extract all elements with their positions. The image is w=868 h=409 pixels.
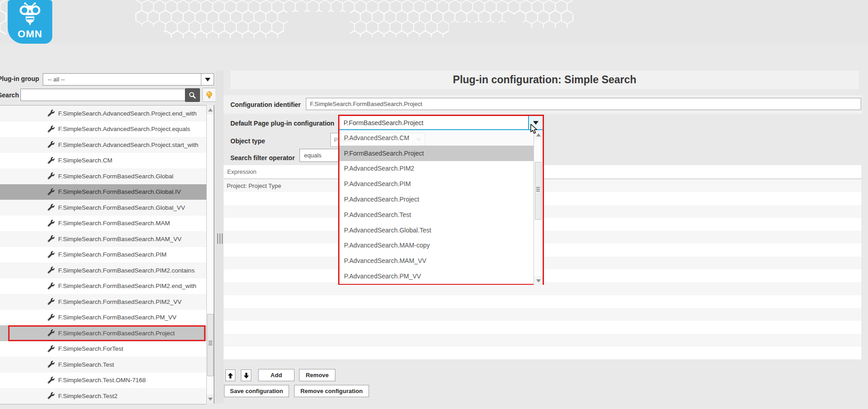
remove-button[interactable]: Remove [299,369,335,381]
lightbulb-icon [205,91,214,99]
plugin-group-dropdown-button[interactable] [201,74,214,85]
plugin-list-item[interactable]: F.SimpleSearch.Test2 [0,388,206,404]
expression-row[interactable] [224,295,862,308]
object-type-label: Object type [230,137,265,145]
dropdown-option[interactable]: P.AdvancedSearch.MAM-copy [339,238,543,253]
plugin-list-item[interactable]: F.SimpleSearch.AdvancedSearch.Project.eq… [0,121,206,137]
dropdown-option-label: P.FormBasedSearch.Project [344,150,424,157]
default-page-select[interactable]: P.FormBasedSearch.Project [339,116,543,130]
plugin-list-item-label: F.SimpleSearch.Test2 [58,393,118,399]
expression-row[interactable] [224,347,862,359]
dropdown-option[interactable]: P.AdvancedSearch.PM_VV [339,268,543,284]
plugin-list-item[interactable]: F.SimpleSearch.FormBasedSearch.Project [0,325,206,341]
plugin-list-item[interactable]: F.SimpleSearch.FormBasedSearch.PIM [0,247,206,263]
dropdown-option[interactable]: P.AdvancedSearch.Project [339,192,543,207]
dropdown-option-label: P.AdvancedSearch.MAM-copy [344,242,430,249]
wrench-icon [48,172,55,179]
expression-row[interactable] [224,334,862,347]
plugin-list-item-label: F.SimpleSearch.FormBasedSearch.MAM [58,220,170,227]
plugin-list-item-label: F.SimpleSearch.Test.OMN-7168 [58,377,146,384]
remove-configuration-button[interactable]: Remove configuration [294,385,369,397]
arrow-up-icon [227,372,234,379]
save-configuration-button[interactable]: Save configuration [224,385,289,397]
dropdown-option[interactable]: P.AdvancedSearch.PIM2 [339,161,543,177]
wrench-icon [48,283,55,289]
plugin-list-item[interactable]: F.SimpleSearch.FormBasedSearch.PIM2_VV [0,294,206,310]
plugin-list-item-label: F.SimpleSearch.FormBasedSearch.Global_VV [58,204,185,211]
plugin-list-item[interactable]: F.SimpleSearch.Test.OMN-7168 [0,373,206,389]
dropdown-option[interactable]: P.FormBasedSearch.Project [339,146,543,161]
expression-row[interactable] [224,308,862,321]
dropdown-scrollbar[interactable] [534,130,543,285]
config-identifier-input[interactable] [306,98,861,110]
move-down-button[interactable] [241,369,251,381]
move-up-button[interactable] [225,369,235,381]
plugin-list-item[interactable]: F.SimpleSearch.FormBasedSearch.MAM_VV [0,231,206,247]
dropdown-option[interactable]: P.AdvancedSearch.PIM [339,176,543,192]
plugin-list-item-label: F.SimpleSearch.FormBasedSearch.PIM2.end_… [58,283,196,289]
plugin-list-scrollbar[interactable] [206,105,215,404]
dropdown-option-label: P.AdvancedSearch.Test [344,211,411,218]
plugin-list-item[interactable]: F.SimpleSearch.FormBasedSearch.PIM2.end_… [0,278,206,294]
search-label: Search [0,91,19,99]
thumb-grip-icon [536,189,540,190]
panel-splitter[interactable] [215,71,224,404]
plugin-list-item[interactable]: F.SimpleSearch.FormBasedSearch.Global.IV [0,184,206,200]
scroll-up-button[interactable] [207,105,214,114]
wrench-icon [48,251,55,258]
plugin-list-item[interactable]: F.SimpleSearch.FormBasedSearch.Global_VV [0,200,206,216]
search-filter-label: Search filter operator [230,154,295,162]
plugin-list-item[interactable]: F.SimpleSearch.FormBasedSearch.MAM [0,216,206,232]
omn-logo[interactable]: OMN [8,0,52,44]
plugin-group-select[interactable]: -- all -- [43,73,214,86]
search-button[interactable] [185,88,200,102]
honeycomb-pattern [0,0,582,43]
dropdown-option[interactable]: P.AdvancedSearch.MAM_VV [339,253,543,268]
plugin-list-item-label: F.SimpleSearch.FormBasedSearch.PM_VV [58,314,176,321]
default-page-value: P.FormBasedSearch.Project [339,116,528,129]
plugin-list-item[interactable]: F.SimpleSearch.FormBasedSearch.Global [0,168,206,184]
expression-row[interactable] [224,321,862,333]
dropdown-option-label: P.AdvancedSearch.MAM_VV [344,257,426,264]
scroll-down-button[interactable] [207,394,214,404]
wrench-icon [48,157,55,164]
search-input[interactable] [20,89,188,101]
plugin-list-item-label: F.SimpleSearch.AdvancedSearch.Project.en… [58,110,197,117]
plugin-list-item-label: F.SimpleSearch.ForTest [58,345,123,352]
mouse-cursor [529,123,539,135]
plugin-list-item[interactable]: F.SimpleSearch.FormBasedSearch.PM_VV [0,310,206,326]
arrow-down-icon [243,372,249,379]
wrench-icon [48,314,55,321]
default-page-label: Default Page plug-in configuration [230,120,334,127]
dropdown-option-label: P.AdvancedSearch.PIM2 [344,165,414,172]
scrollbar-thumb[interactable] [207,314,214,376]
scroll-down-button[interactable] [534,276,543,285]
dropdown-option[interactable]: P.AdvancedSearch.Global.Test [339,222,543,238]
dropdown-option[interactable]: P.AdvancedSearch.Test [339,207,543,222]
plugin-list-item[interactable]: F.SimpleSearch.AdvancedSearch.Project.en… [0,106,206,121]
expression-row-text: Project: Project Type [227,182,281,189]
wrench-icon [48,188,55,195]
wrench-icon [48,392,55,399]
wrench-icon [48,377,55,384]
default-page-dropdown-list: P.AdvancedSearch.CM P.FormBasedSearch.Pr… [339,130,543,285]
scrollbar-thumb[interactable] [535,162,542,220]
wrench-icon [48,126,55,132]
dropdown-option-label: P.AdvancedSearch.CM [344,134,409,141]
plugin-group-value: -- all -- [43,76,201,83]
app-root: OMN Plug-in group -- all -- Search [0,0,868,409]
header-band: OMN [0,0,868,43]
dropdown-option[interactable]: P.AdvancedSearch.CM [339,130,543,146]
plugin-list-item[interactable]: F.SimpleSearch.CM [0,153,206,169]
plugin-list-item[interactable]: F.SimpleSearch.Test [0,357,206,373]
plugin-list-item-label: F.SimpleSearch.Test [58,361,114,368]
hint-button[interactable] [202,88,216,102]
plugin-list-item[interactable]: F.SimpleSearch.AdvancedSearch.Project.st… [0,137,206,153]
plugin-list-item[interactable]: F.SimpleSearch.ForTest [0,341,206,357]
wrench-icon [48,298,55,305]
plugin-list-item-label: F.SimpleSearch.FormBasedSearch.MAM_VV [58,236,182,242]
wrench-icon [48,204,55,211]
add-button[interactable]: Add [258,369,294,381]
plugin-list-item[interactable]: F.SimpleSearch.FormBasedSearch.PIM2.cont… [0,263,206,278]
wrench-icon [48,110,55,116]
